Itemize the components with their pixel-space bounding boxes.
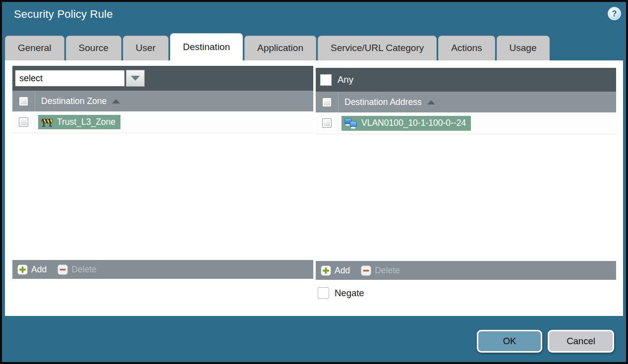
destination-tab-content: Destination Zone (5, 60, 623, 316)
any-label: Any (338, 74, 353, 85)
tab-source[interactable]: Source (66, 36, 121, 60)
address-add-label: Add (335, 265, 350, 276)
any-bar: Any (316, 68, 616, 92)
destination-address-panel: Any Destination Address (316, 68, 616, 280)
help-icon[interactable]: ? (608, 7, 621, 20)
chevron-down-icon (131, 76, 140, 81)
zone-column-label: Destination Zone (41, 96, 107, 106)
address-column-label: Destination Address (344, 97, 422, 107)
zone-delete-button[interactable]: Delete (57, 264, 97, 275)
zone-select-input[interactable] (15, 70, 125, 87)
tab-bar: General Source User Destination Applicat… (5, 33, 551, 60)
zone-select-dropdown-button[interactable] (126, 70, 145, 87)
ok-button[interactable]: OK (477, 330, 542, 353)
zone-icon (41, 117, 53, 127)
zone-delete-label: Delete (71, 264, 97, 275)
tab-usage[interactable]: Usage (497, 36, 550, 60)
address-delete-button[interactable]: Delete (361, 265, 400, 276)
sort-ascending-icon (427, 100, 435, 104)
plus-icon (321, 265, 331, 276)
zone-list: Trust_L3_Zone (12, 111, 313, 260)
security-policy-rule-dialog: Security Policy Rule ? General Source Us… (0, 0, 628, 364)
address-footer-bar: Add Delete (316, 261, 616, 280)
any-checkbox[interactable] (320, 74, 332, 86)
tab-destination[interactable]: Destination (170, 33, 243, 60)
zone-chip-label: Trust_L3_Zone (57, 117, 115, 127)
address-column-header: Destination Address (316, 92, 616, 112)
address-chip[interactable]: VLAN0100_10-1-100-0--24 (342, 116, 471, 131)
tab-user[interactable]: User (123, 36, 169, 60)
zone-column-header: Destination Zone (12, 91, 313, 111)
dialog-title: Security Policy Rule (14, 8, 113, 21)
address-header-checkbox-cell (316, 92, 339, 112)
address-row-checkbox-cell (316, 112, 339, 134)
zone-add-button[interactable]: Add (17, 264, 47, 275)
minus-icon (361, 265, 371, 276)
negate-label: Negate (335, 288, 364, 299)
zone-select-bar (12, 66, 313, 91)
address-row-checkbox[interactable] (322, 118, 332, 128)
tab-application[interactable]: Application (244, 36, 316, 60)
address-delete-label: Delete (375, 265, 400, 276)
address-list: VLAN0100_10-1-100-0--24 (316, 112, 616, 261)
destination-zone-panel: Destination Zone (12, 66, 313, 279)
minus-icon (57, 264, 68, 275)
sort-ascending-icon (112, 99, 120, 104)
tab-service-url-category[interactable]: Service/URL Category (318, 36, 437, 60)
table-row: VLAN0100_10-1-100-0--24 (316, 112, 616, 134)
address-chip-label: VLAN0100_10-1-100-0--24 (361, 118, 466, 128)
tab-actions[interactable]: Actions (438, 36, 495, 60)
tab-general[interactable]: General (5, 36, 64, 60)
zone-sort-header[interactable]: Destination Zone (35, 96, 120, 106)
address-sort-header[interactable]: Destination Address (339, 97, 435, 107)
zone-header-checkbox-cell (12, 91, 35, 111)
negate-checkbox[interactable] (318, 287, 329, 299)
plus-icon (17, 264, 28, 275)
zone-add-label: Add (31, 264, 47, 275)
negate-row: Negate (318, 287, 364, 299)
address-select-all-checkbox[interactable] (322, 98, 332, 107)
address-icon (344, 118, 357, 129)
zone-row-checkbox[interactable] (19, 117, 28, 127)
zone-footer-bar: Add Delete (12, 260, 313, 279)
zone-select-all-checkbox[interactable] (19, 97, 28, 106)
table-row: Trust_L3_Zone (12, 111, 313, 133)
zone-chip[interactable]: Trust_L3_Zone (38, 115, 120, 129)
zone-row-checkbox-cell (12, 111, 35, 133)
address-add-button[interactable]: Add (321, 265, 350, 276)
cancel-button[interactable]: Cancel (548, 330, 614, 353)
